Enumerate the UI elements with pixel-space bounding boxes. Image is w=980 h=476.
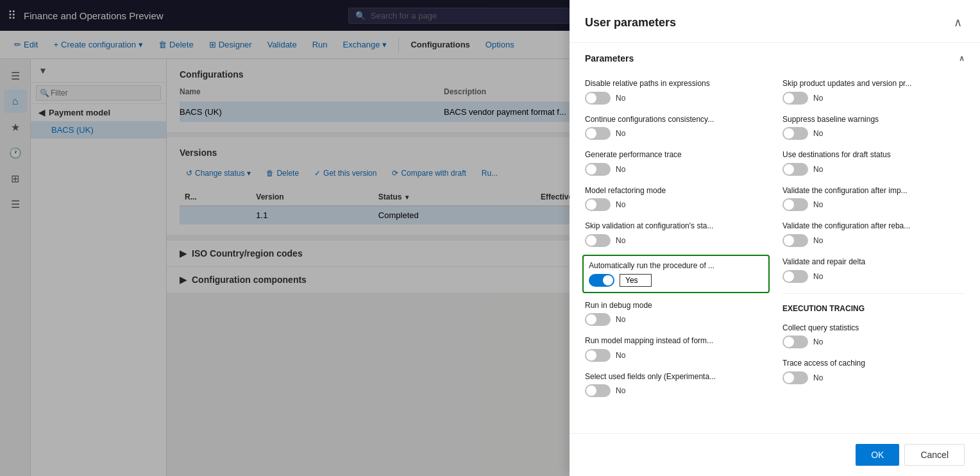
slider [589,274,614,287]
param-disable-relative: Disable relative paths in expressions No [585,74,767,110]
param-select-used-fields: Select used fields only (Experimenta... … [585,367,767,403]
param-validate-after-reba: Validate the configuration after reba...… [782,216,965,252]
ok-button[interactable]: OK [856,444,899,466]
slider [585,313,611,326]
param-value: No [616,351,625,360]
slider [782,270,808,283]
param-value: No [813,337,823,346]
param-suppress-baseline: Suppress baseline warnings No [782,110,965,146]
slider [782,336,808,348]
param-value: No [616,315,625,324]
toggle-continue-config[interactable] [585,127,611,140]
param-value: No [813,94,823,103]
cancel-button[interactable]: Cancel [904,444,965,466]
param-auto-run: Automatically run the procedure of ... [582,255,770,293]
main-area: ☰ ⌂ ★ 🕐 ⊞ ☰ ▼ 🔍 ◀ Payment model BACS (UK… [0,59,980,476]
toggle-use-destinations[interactable] [782,163,808,176]
slider [585,234,611,247]
toggle-auto-run[interactable] [589,274,614,287]
slider [782,234,808,247]
auto-run-value-input[interactable] [620,274,652,287]
slider [585,349,611,362]
toggle-select-used-fields[interactable] [585,384,611,397]
param-value: No [813,129,823,138]
user-parameters-panel: User parameters ∧ Parameters ∧ Disable r… [570,59,980,476]
param-generate-perf: Generate performance trace No [585,145,767,181]
slider [585,92,611,105]
param-skip-product-updates: Skip product updates and version pr... N… [782,74,965,110]
slider [782,163,808,176]
toggle-generate-perf[interactable] [585,163,611,176]
param-value: No [616,236,625,245]
param-value: No [616,94,625,103]
toggle-disable-relative[interactable] [585,92,611,105]
param-run-debug: Run in debug mode No [585,296,767,332]
param-continue-config: Continue configurations consistency... N… [585,110,767,146]
param-value: No [813,165,823,174]
toggle-validate-after-imp[interactable] [782,198,808,211]
slider [585,384,611,397]
exec-tracing-divider [782,293,965,294]
slider [782,371,808,384]
slider [782,198,808,211]
param-validate-repair-delta: Validate and repair delta No [782,252,965,288]
toggle-suppress-baseline[interactable] [782,127,808,140]
parameters-section: Parameters ∧ Disable relative paths in e… [585,59,965,402]
collapse-icon[interactable]: ∧ [959,59,965,63]
toggle-skip-validation[interactable] [585,234,611,247]
param-value: No [813,373,823,382]
slider [585,127,611,140]
params-section-title: Parameters ∧ [585,59,965,64]
toggle-model-refactor[interactable] [585,198,611,211]
slider [585,198,611,211]
param-collect-query: Collect query statistics No [782,318,965,354]
param-trace-caching: Trace access of caching No [782,353,965,389]
param-value: No [813,200,823,209]
param-value: No [616,165,625,174]
exec-tracing-title: EXECUTION TRACING [782,304,965,313]
toggle-trace-caching[interactable] [782,371,808,384]
param-value: No [616,386,625,395]
slider [782,127,808,140]
toggle-run-debug[interactable] [585,313,611,326]
toggle-skip-product-updates[interactable] [782,92,808,105]
param-validate-after-imp: Validate the configuration after imp... … [782,181,965,217]
left-params: Disable relative paths in expressions No [585,74,767,402]
param-value: No [813,272,823,281]
slider [782,92,808,105]
panel-body: Parameters ∧ Disable relative paths in e… [570,59,980,433]
param-skip-validation: Skip validation at configuration's sta..… [585,216,767,252]
param-model-refactor: Model refactoring mode No [585,181,767,217]
right-params: Skip product updates and version pr... N… [782,74,965,402]
slider [585,163,611,176]
param-use-destinations: Use destinations for draft status No [782,145,965,181]
param-value: No [813,236,823,245]
toggle-validate-repair-delta[interactable] [782,270,808,283]
toggle-collect-query[interactable] [782,336,808,348]
param-run-model-mapping: Run model mapping instead of form... No [585,331,767,367]
param-value: No [616,129,625,138]
toggle-validate-after-reba[interactable] [782,234,808,247]
panel-footer: OK Cancel [570,433,980,476]
params-grid: Disable relative paths in expressions No [585,74,965,402]
param-value: No [616,200,625,209]
toggle-run-model-mapping[interactable] [585,349,611,362]
